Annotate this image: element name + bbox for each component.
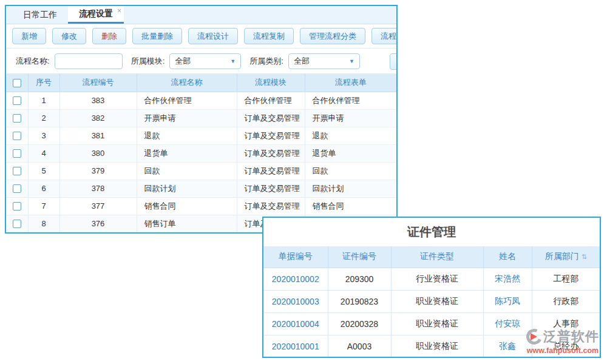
doc-no-link[interactable]: 2020010002	[272, 274, 319, 284]
row-checkbox[interactable]	[13, 220, 21, 228]
table-row[interactable]: 2020010002 209300 行业资格证 宋浩然 工程部	[263, 268, 600, 290]
flow-name-label: 流程名称:	[16, 56, 50, 67]
select-all-checkbox[interactable]	[13, 79, 21, 87]
chevron-down-icon: ▼	[230, 58, 236, 64]
doc-no-link[interactable]: 2020010003	[272, 297, 319, 306]
col-department: 所属部门⇅	[532, 246, 600, 268]
flow-timeout-button[interactable]: 流程超时提	[371, 28, 398, 44]
table-row[interactable]: 1 383 合作伙伴管理 合作伙伴管理 合作伙伴管理	[6, 92, 396, 109]
col-flow-module: 流程模块	[237, 74, 305, 92]
search-button-clipped[interactable]	[390, 53, 398, 70]
category-select[interactable]: 全部 ▼	[288, 53, 360, 69]
person-link[interactable]: 张鑫	[499, 341, 516, 351]
table-row[interactable]: 2020010001 A0003 职业资格证 张鑫 总经办	[263, 335, 600, 357]
table-row[interactable]: 6 378 回款计划 订单及交易管理 回款计划	[6, 180, 396, 197]
table-row[interactable]: 7 377 销售合同 订单及交易管理 销售合同	[6, 197, 396, 215]
row-checkbox[interactable]	[13, 96, 21, 105]
module-label: 所属模块:	[131, 56, 165, 67]
doc-no-link[interactable]: 2020010004	[272, 319, 319, 329]
batch-delete-button[interactable]: 批量删除	[132, 28, 182, 44]
row-checkbox[interactable]	[13, 167, 21, 175]
row-checkbox[interactable]	[13, 184, 21, 193]
tab-flow-settings-label: 流程设置	[79, 8, 113, 19]
delete-button[interactable]: 删除	[92, 28, 126, 44]
module-select-value: 全部	[175, 56, 191, 67]
module-select[interactable]: 全部 ▼	[169, 53, 241, 69]
col-name: 姓名	[483, 246, 532, 268]
person-link[interactable]: 陈巧凤	[495, 296, 520, 306]
table-row[interactable]: 2020010003 20190823 职业资格证 陈巧凤 行政部	[263, 290, 600, 312]
flow-design-button[interactable]: 流程设计	[188, 28, 238, 44]
add-button[interactable]: 新增	[12, 28, 46, 44]
category-label: 所属类别:	[249, 56, 283, 67]
table-row[interactable]: 3 381 退款 订单及交易管理 退款	[6, 127, 396, 144]
table-row[interactable]: 5 379 回款 订单及交易管理 回款	[6, 162, 396, 180]
workflow-table: 序号 流程编号 流程名称 流程模块 流程表单 1 383 合作伙伴管理 合作伙伴…	[6, 74, 396, 233]
col-doc-no: 单据编号	[263, 246, 328, 268]
edit-button[interactable]: 修改	[52, 28, 86, 44]
workflow-settings-panel: 日常工作 流程设置 × 新增 修改 删除 批量删除 流程设计 流程复制 管理流程…	[5, 5, 398, 234]
filter-bar: 流程名称: 所属模块: 全部 ▼ 所属类别: 全部 ▼	[6, 49, 396, 74]
manage-flow-category-button[interactable]: 管理流程分类	[300, 28, 365, 44]
table-row[interactable]: 4 380 退货单 订单及交易管理 退货单	[6, 144, 396, 162]
col-flow-no: 流程编号	[59, 74, 137, 92]
col-cert-no: 证件编号	[328, 246, 391, 268]
toolbar: 新增 修改 删除 批量删除 流程设计 流程复制 管理流程分类 流程超时提	[6, 24, 396, 49]
col-flow-form: 流程表单	[305, 74, 396, 92]
row-checkbox[interactable]	[13, 132, 21, 140]
sort-icon[interactable]: ⇅	[582, 253, 587, 260]
flow-copy-button[interactable]: 流程复制	[244, 28, 294, 44]
certificate-management-panel: 证件管理 单据编号 证件编号 证件类型 姓名 所属部门⇅ 2020010002 …	[262, 217, 601, 358]
tab-flow-settings[interactable]: 流程设置 ×	[68, 6, 124, 24]
tab-daily-work[interactable]: 日常工作	[12, 6, 68, 24]
col-seq: 序号	[28, 74, 59, 92]
row-checkbox[interactable]	[13, 114, 21, 123]
table-row[interactable]: 2 382 开票申请 订单及交易管理 开票申请	[6, 109, 396, 127]
col-cert-type: 证件类型	[391, 246, 483, 268]
row-checkbox[interactable]	[13, 202, 21, 211]
chevron-down-icon: ▼	[349, 58, 354, 64]
panel-title: 证件管理	[263, 218, 600, 246]
close-icon[interactable]: ×	[117, 7, 121, 15]
table-header-row: 序号 流程编号 流程名称 流程模块 流程表单	[6, 74, 396, 92]
col-flow-name: 流程名称	[137, 74, 237, 92]
person-link[interactable]: 宋浩然	[495, 274, 520, 283]
flow-name-input[interactable]	[55, 53, 123, 69]
table-row[interactable]: 2020010004 20200328 职业资格证 付安琼 人事部	[263, 312, 600, 335]
certificate-table: 单据编号 证件编号 证件类型 姓名 所属部门⇅ 2020010002 20930…	[263, 246, 600, 358]
category-select-value: 全部	[294, 56, 310, 67]
person-link[interactable]: 付安琼	[495, 318, 520, 328]
row-checkbox[interactable]	[13, 149, 21, 158]
doc-no-link[interactable]: 2020010001	[272, 342, 319, 351]
tab-bar: 日常工作 流程设置 ×	[6, 6, 396, 24]
table-header-row: 单据编号 证件编号 证件类型 姓名 所属部门⇅	[263, 246, 600, 268]
